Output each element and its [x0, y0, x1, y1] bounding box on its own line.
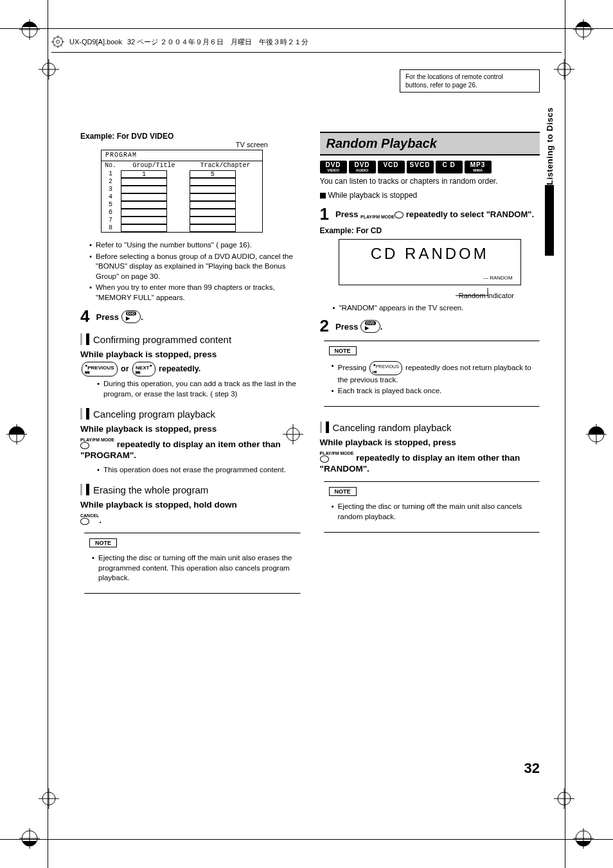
- tv-screen-label: TV screen: [101, 141, 268, 148]
- cell: [121, 224, 167, 232]
- row-no: 6: [102, 209, 120, 217]
- cell: [121, 178, 167, 186]
- page-number: 32: [524, 760, 540, 777]
- next-icon: NEXT●⏭: [132, 362, 155, 377]
- col-no: No.: [102, 161, 120, 170]
- cell: [190, 217, 236, 224]
- random-indicator-caption: Random indicator: [320, 292, 540, 299]
- side-tab-marker: [545, 185, 554, 256]
- playfmmode-icon: PLAY/FM MODE: [320, 451, 354, 463]
- while-stopped: While playback is stopped: [320, 190, 540, 200]
- cell: [190, 186, 236, 193]
- cell: 1: [121, 170, 167, 178]
- cell: 5: [190, 170, 236, 178]
- ref-box: For the locations of remote control butt…: [400, 69, 540, 93]
- side-tab-label: Listening to Discs: [545, 105, 555, 185]
- playfmmode-icon: PLAY/FM MODE: [80, 438, 114, 449]
- confirm-line2: ●PREVIOUS⏮ or NEXT●⏭ repeatedly.: [80, 362, 301, 377]
- section-tick: [86, 333, 89, 345]
- erase-line2: CANCEL.: [80, 513, 301, 526]
- fmt-mp3-wma: MP3WMA: [465, 161, 492, 173]
- fmt-cd: C D: [436, 161, 463, 173]
- book-page-meta: 32 ページ ２００４年９月６日 月曜日 午後３時２１分: [127, 37, 308, 47]
- row-no: 1: [102, 170, 120, 178]
- confirm-sub-bullet: During this operation, you can add a tra…: [97, 379, 301, 399]
- cell: [190, 193, 236, 201]
- cell: [190, 224, 236, 232]
- bullet-bonus-group: Before selecting a bonus group of a DVD …: [89, 252, 301, 282]
- book-source-header: UX-QD9[A].book 32 ページ ２００４年９月６日 月曜日 午後３時…: [51, 35, 562, 53]
- crop-rule-top: [0, 28, 613, 29]
- format-badges: DVDVIDEO DVDAUDIO VCD SVCD C D MP3WMA: [320, 161, 540, 173]
- cell: [121, 201, 167, 209]
- reg-mark-ml: [6, 424, 27, 445]
- program-table: PROGRAM No. Group/Title Track/Chapter 11…: [101, 150, 263, 233]
- bullet-number-buttons: Refer to "Using the number buttons" ( pa…: [89, 240, 301, 251]
- previous-icon: ●PREVIOUS⏮: [82, 362, 118, 377]
- note1-text: Ejecting the disc or turning off the mai…: [92, 553, 301, 583]
- reg-mark-inner-br: [554, 788, 574, 809]
- crop-rule-right: [565, 0, 565, 868]
- cancel-line1: While playback is stopped, press: [80, 423, 301, 435]
- cancel-random-line2: PLAY/FM MODE repeatedly to display an it…: [320, 451, 540, 475]
- bullet-memory-full: When you try to enter more than 99 chapt…: [89, 283, 301, 303]
- step-2-text: Press DVD▶.: [335, 317, 382, 334]
- reg-mark-tr: [573, 19, 594, 40]
- cd-random-display: CD RANDOM — RANDOM: [339, 239, 521, 285]
- confirm-heading: Confirming programmed content: [93, 334, 231, 345]
- row-no: 4: [102, 193, 120, 201]
- cancel-program-heading: Canceling program playback: [93, 409, 215, 420]
- crop-rule-bottom: [0, 839, 613, 840]
- row-no: 8: [102, 224, 120, 232]
- note3-text: Ejecting the disc or turning off the mai…: [332, 502, 540, 522]
- erase-heading: Erasing the whole program: [93, 484, 208, 495]
- left-column: Example: For DVD VIDEO TV screen PROGRAM…: [80, 132, 301, 596]
- dvd-play-icon: DVD▶: [360, 320, 380, 333]
- section-tick: [86, 408, 89, 420]
- section-tick: [80, 333, 82, 345]
- row-no: 3: [102, 186, 120, 193]
- note2a-text: Pressing ●PREVIOUS⏮ repeatedly does not …: [332, 361, 540, 385]
- random-tv-bullet: "RANDOM" appears in the TV screen.: [333, 303, 540, 314]
- cell: [190, 209, 236, 217]
- book-filename: UX-QD9[A].book: [69, 38, 122, 46]
- right-column: Random Playback DVDVIDEO DVDAUDIO VCD SV…: [320, 132, 540, 596]
- section-tick: [326, 421, 329, 433]
- row-no: 5: [102, 201, 120, 209]
- section-tick: [80, 408, 82, 420]
- random-small-label: — RANDOM: [483, 275, 513, 281]
- cell: [121, 186, 167, 193]
- square-icon: [320, 193, 326, 199]
- cell: [121, 217, 167, 224]
- cancel-sub-bullet: This operation does not erase the progra…: [97, 465, 301, 475]
- note-label: NOTE: [89, 538, 117, 547]
- fmt-vcd: VCD: [378, 161, 405, 173]
- program-title: PROGRAM: [102, 150, 262, 161]
- cancel-icon: CANCEL: [80, 513, 99, 525]
- erase-line1: While playback is stopped, hold down: [80, 499, 301, 511]
- svg-point-38: [57, 40, 60, 44]
- fmt-dvd-video: DVDVIDEO: [320, 161, 347, 173]
- reg-mark-bl: [19, 828, 40, 849]
- dvd-play-icon: DVD▶: [121, 310, 141, 323]
- ref-line2: buttons, refer to page 26.: [405, 82, 477, 89]
- note-label: NOTE: [329, 346, 357, 355]
- reg-mark-inner-tl: [39, 59, 59, 80]
- fmt-dvd-audio: DVDAUDIO: [349, 161, 376, 173]
- step-1-text: Press PLAY/FM MODE repeatedly to select …: [335, 206, 534, 220]
- section-tick: [86, 484, 89, 495]
- example-cd-label: Example: For CD: [320, 226, 540, 235]
- random-intro: You can listen to tracks or chapters in …: [320, 176, 540, 186]
- col-group: Group/Title: [120, 161, 188, 170]
- cell: [121, 193, 167, 201]
- reg-mark-tl: [19, 19, 40, 40]
- cell: [190, 178, 236, 186]
- reg-mark-inner-bl: [39, 788, 59, 809]
- reg-mark-inner-tr: [554, 59, 574, 80]
- note-box-1: NOTE Ejecting the disc or turning off th…: [84, 533, 301, 595]
- crop-rule-left: [48, 0, 48, 868]
- previous-icon: ●PREVIOUS⏮: [369, 361, 402, 375]
- playfmmode-icon: PLAY/FM MODE: [360, 211, 404, 219]
- step-1-num: 1: [320, 206, 329, 222]
- gear-icon: [51, 35, 64, 48]
